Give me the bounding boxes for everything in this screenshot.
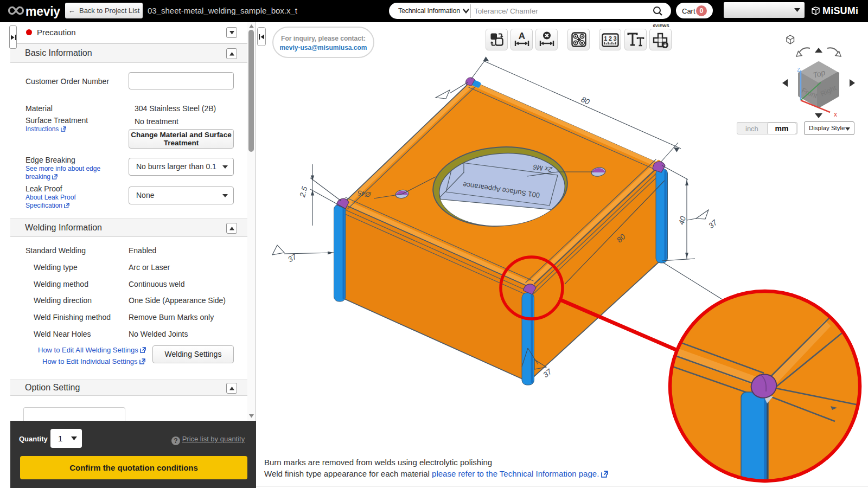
svg-text:A: A [518, 31, 525, 41]
svg-text:1 2 3: 1 2 3 [604, 35, 617, 42]
